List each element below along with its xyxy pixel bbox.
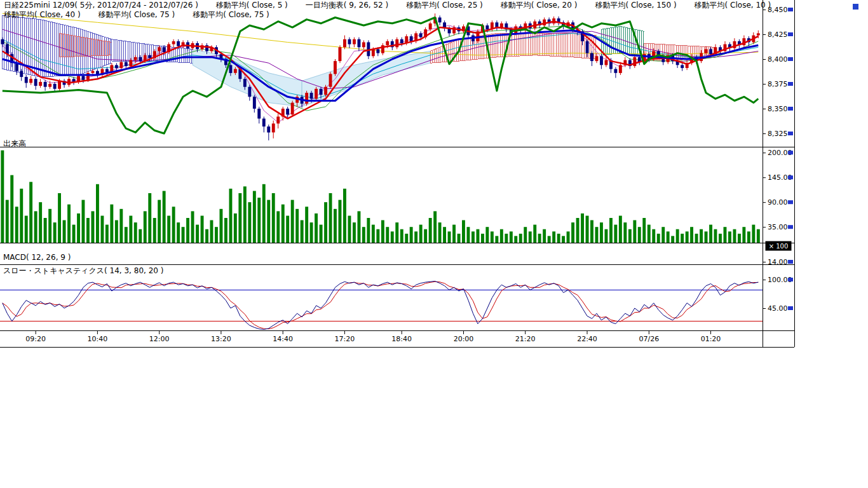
volume-multiplier-label: × 100 — [769, 243, 789, 250]
axis-marker — [788, 132, 793, 135]
time-label: 22:40 — [577, 335, 597, 343]
volume-axis-label: 90.00 — [768, 198, 788, 207]
macd-axis-label: 14.00 — [768, 258, 788, 266]
time-label: 01:20 — [701, 335, 721, 343]
indicator-label: 移動平均( Close, 25 ) — [406, 1, 483, 10]
time-label: 17:20 — [335, 335, 355, 343]
axis-marker — [788, 260, 793, 264]
indicator-label: 移動平均( Close, 40 ) — [4, 10, 81, 20]
indicator-label: 移動平均( Close, 20 ) — [501, 1, 578, 10]
time-label: 21:20 — [515, 335, 536, 343]
price-axis-label: 8,375 — [768, 80, 788, 88]
time-label: 20:00 — [454, 335, 474, 343]
price-axis-label: 8,400 — [768, 55, 788, 64]
price-axis-label: 8,425 — [768, 30, 788, 39]
chart-canvas[interactable]: 8,4508,4258,4008,3758,3508,325200.00145.… — [0, 0, 868, 488]
time-label: 12:00 — [149, 335, 170, 343]
stoch-k-line — [3, 281, 759, 330]
volume-axis-label: 35.00 — [768, 223, 788, 231]
indicator-label: 移動平均( Close, 75 ) — [193, 10, 269, 20]
time-label: 14:40 — [273, 335, 293, 343]
axis-marker — [788, 306, 793, 310]
window-corner-marker — [853, 4, 858, 10]
candles — [1, 13, 759, 140]
time-label: 09:20 — [25, 335, 46, 343]
time-label: 10:40 — [88, 335, 108, 343]
axis-marker — [788, 225, 793, 229]
axis-marker — [788, 107, 793, 111]
axis-marker — [788, 151, 793, 154]
axis-marker — [788, 175, 793, 179]
volume-bars — [1, 151, 759, 243]
indicator-label: 一目均衡表( 9, 26, 52 ) — [306, 1, 388, 10]
axis-marker — [788, 200, 793, 204]
axis-marker — [788, 57, 793, 61]
indicator-label: 移動平均( Close, 75 ) — [98, 10, 175, 20]
price-axis-label: 8,350 — [768, 105, 788, 113]
price-axis-label: 8,325 — [768, 130, 788, 138]
axis-marker — [788, 8, 793, 11]
indicator-label: 移動平均( Close, 150 ) — [595, 1, 676, 10]
indicator-label: 移動平均( Close, 10 ) — [695, 1, 771, 10]
time-label: 07/26 — [639, 335, 659, 343]
chart-title: 日経225mini 12/09( 5分, 2012/07/24 - 2012/0… — [4, 1, 198, 10]
stoch-panel-label: スロー・ストキャスティクス( 14, 3, 80, 20 ) — [3, 266, 163, 276]
time-label: 13:20 — [211, 335, 231, 343]
axis-marker — [788, 82, 793, 86]
axis-marker — [788, 32, 793, 36]
ichimoku-cloud-hatch — [112, 39, 193, 63]
macd-panel-label: MACD( 12, 26, 9 ) — [3, 253, 71, 262]
volume-panel-label: 出来高 — [3, 139, 26, 149]
stoch-axis-label: 45.00 — [768, 304, 788, 313]
ichimoku-cloud-hatch — [601, 27, 644, 55]
axis-marker — [788, 278, 793, 281]
chart-window: 日経225mini 12/09( 5分, 2012/07/24 - 2012/0… — [0, 0, 868, 488]
chart-header: 日経225mini 12/09( 5分, 2012/07/24 - 2012/0… — [4, 1, 771, 20]
indicator-label: 移動平均( Close, 5 ) — [216, 1, 288, 10]
panel-dividers — [0, 0, 795, 348]
time-label: 18:40 — [391, 335, 412, 343]
